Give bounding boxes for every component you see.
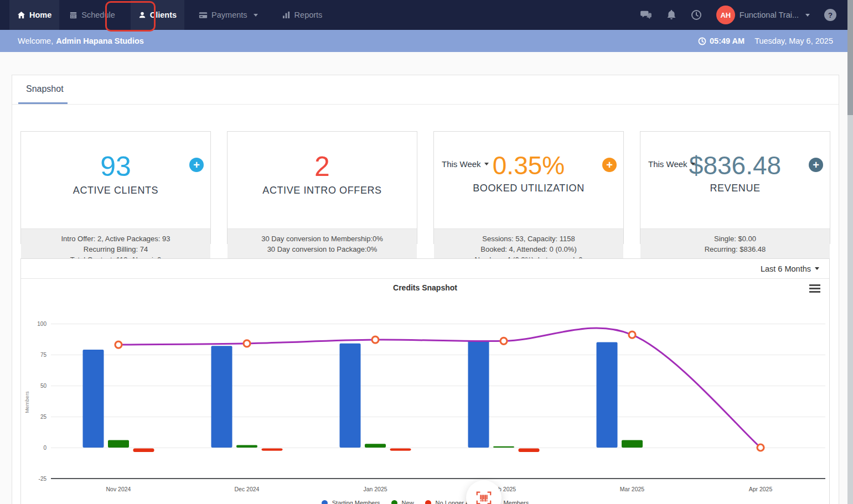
nav-item-label: Payments <box>211 11 247 19</box>
range-selector-label: Last 6 Months <box>761 264 811 273</box>
stat-card-active-clients: + 93 ACTIVE CLIENTS Intro Offer: 2, Acti… <box>20 131 211 244</box>
chevron-down-icon <box>815 267 819 270</box>
legend-dot <box>425 500 431 504</box>
scrollbar-thumb[interactable] <box>847 0 853 115</box>
chart-header: Last 6 Months <box>21 259 829 279</box>
legend-item-starting-members[interactable]: Starting Members <box>322 500 380 504</box>
stat-label: ACTIVE INTRO OFFERS <box>228 185 417 196</box>
svg-text:Mar 2025: Mar 2025 <box>620 486 645 492</box>
tab-snapshot[interactable]: Snapshot <box>26 84 64 94</box>
stat-footer-line: 30 Day conversion to Package:0% <box>228 244 417 254</box>
history-button[interactable] <box>691 9 702 20</box>
chat-button[interactable] <box>640 10 652 20</box>
nav-item-label: Reports <box>294 11 323 19</box>
nav-item-clients[interactable]: Clients <box>131 0 184 30</box>
legend-item-new[interactable]: New <box>391 500 414 504</box>
bell-icon <box>666 9 676 20</box>
nav-item-home[interactable]: Home <box>9 0 59 30</box>
svg-text:50: 50 <box>40 383 47 389</box>
nav-item-reports[interactable]: Reports <box>275 0 330 30</box>
stat-footer-line: Recurring: $836.48 <box>640 244 830 254</box>
legend-label: New <box>402 500 414 504</box>
legend-dot <box>391 500 397 504</box>
nav-left: Home Schedule Clients Payments Reports <box>9 0 330 30</box>
notifications-button[interactable] <box>666 9 676 20</box>
credit-card-icon <box>199 12 208 19</box>
period-dropdown[interactable]: This Week <box>648 159 695 169</box>
clock-icon <box>691 9 702 20</box>
nav-item-payments[interactable]: Payments <box>191 0 265 30</box>
nav-item-label: Clients <box>150 11 177 19</box>
calendar-icon <box>69 11 77 19</box>
nav-right: AH Functional Trai... ? <box>640 0 853 30</box>
stat-card-booked-utilization: This Week + 0.35% BOOKED UTILIZATION Ses… <box>433 131 624 244</box>
nav-item-schedule[interactable]: Schedule <box>61 0 122 30</box>
svg-text:Nov 2024: Nov 2024 <box>106 486 131 492</box>
credits-snapshot-card: Last 6 Months Credits Snapshot 100755025… <box>20 258 830 504</box>
svg-text:Members: Members <box>24 391 30 413</box>
stat-card-top: + 93 ACTIVE CLIENTS <box>21 153 210 228</box>
welcome-right: 05:49 AM Tuesday, May 6, 2025 <box>698 37 833 45</box>
stat-value: 2 <box>228 153 417 180</box>
welcome-bar: Welcome, Admin Hapana Studios 05:49 AM T… <box>0 30 853 52</box>
chart-body: Credits Snapshot 1007550250-25MembersNov… <box>21 279 829 504</box>
stat-footer-line: Recurring Billing: 74 <box>21 244 210 254</box>
period-dropdown[interactable]: This Week <box>442 159 489 169</box>
welcome-prefix: Welcome, <box>18 37 53 45</box>
stat-card-intro-offers: 2 ACTIVE INTRO OFFERS 30 Day conversion … <box>227 131 417 244</box>
svg-text:75: 75 <box>40 352 47 358</box>
add-revenue-button[interactable]: + <box>809 158 823 172</box>
avatar[interactable]: AH <box>716 6 735 24</box>
snapshot-panel: Snapshot + 93 ACTIVE CLIENTS Intro Offer… <box>12 75 839 504</box>
period-label: This Week <box>442 159 481 169</box>
current-date: Tuesday, May 6, 2025 <box>754 37 833 45</box>
range-selector-dropdown[interactable]: Last 6 Months <box>761 264 819 273</box>
period-label: This Week <box>648 159 687 169</box>
scrollbar-track[interactable] <box>847 0 853 504</box>
nav-item-label: Home <box>29 11 51 19</box>
person-icon <box>138 11 146 19</box>
admin-name: Admin Hapana Studios <box>56 37 144 45</box>
legend-dot <box>322 500 328 504</box>
svg-text:Jan 2025: Jan 2025 <box>363 486 387 492</box>
help-button[interactable]: ? <box>824 9 836 21</box>
stat-footer-line: Single: $0.00 <box>640 233 830 244</box>
stat-card-top: This Week + $836.48 REVENUE <box>640 153 830 228</box>
stat-card-revenue: This Week + $836.48 REVENUE Single: $0.0… <box>640 131 830 244</box>
time-text: 05:49 AM <box>710 37 745 45</box>
stat-label: BOOKED UTILIZATION <box>434 183 623 194</box>
svg-text:Apr 2025: Apr 2025 <box>749 486 773 492</box>
stat-label: REVENUE <box>640 183 830 194</box>
svg-text:100: 100 <box>37 321 46 327</box>
stat-footer-line: Sessions: 53, Capacity: 1158 <box>434 233 623 244</box>
credits-chart: 1007550250-25MembersNov 2024Dec 2024Jan … <box>21 299 829 496</box>
add-utilization-button[interactable]: + <box>602 158 617 172</box>
add-client-button[interactable]: + <box>189 158 204 172</box>
stat-footer-line: 30 Day conversion to Membership:0% <box>228 233 417 244</box>
legend-label: Starting Members <box>332 500 380 504</box>
chevron-down-icon <box>254 14 258 17</box>
tab-bar: Snapshot <box>12 75 839 105</box>
stat-card-top: This Week + 0.35% BOOKED UTILIZATION <box>434 153 623 228</box>
chevron-down-icon <box>691 163 695 165</box>
stat-card-top: 2 ACTIVE INTRO OFFERS <box>228 153 417 228</box>
current-time: 05:49 AM <box>698 37 745 45</box>
stats-row: + 93 ACTIVE CLIENTS Intro Offer: 2, Acti… <box>20 131 830 244</box>
chat-icon <box>640 10 652 20</box>
profile-name: Functional Trai... <box>740 11 799 19</box>
svg-text:Dec 2024: Dec 2024 <box>235 486 260 492</box>
chart-title: Credits Snapshot <box>21 283 829 292</box>
home-icon <box>17 11 25 19</box>
profile-menu[interactable]: AH Functional Trai... <box>716 6 810 24</box>
help-icon: ? <box>824 9 836 21</box>
chevron-down-icon <box>805 14 810 17</box>
stat-footer-line: Booked: 4, Attended: 0 (0.0%) <box>434 244 623 254</box>
chart-legend: Starting Members New No Longer Active Me… <box>21 500 829 504</box>
legend-label: Members <box>503 500 529 504</box>
svg-text:0: 0 <box>43 445 46 451</box>
stat-label: ACTIVE CLIENTS <box>21 185 210 196</box>
bar-chart-icon <box>282 11 291 19</box>
chart-menu-button[interactable] <box>809 284 820 294</box>
svg-text:25: 25 <box>40 414 47 420</box>
barcode-scan-icon <box>475 490 493 504</box>
